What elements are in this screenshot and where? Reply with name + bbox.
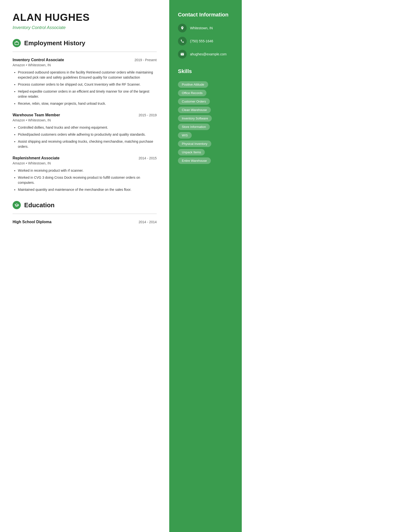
list-item: Picked/packed customers orders while adh… <box>18 132 157 137</box>
employment-icon <box>13 39 21 47</box>
job-company: Amazon • Whitestown, IN <box>13 63 157 67</box>
svg-rect-0 <box>15 42 19 45</box>
list-item: Processed outbound operations in the fac… <box>18 70 157 80</box>
job-header: Inventory Control Associate2019 - Presen… <box>13 58 157 62</box>
list-item: Worked in CVG 3 doing Cross Dock receivi… <box>18 175 157 185</box>
job-dates: 2014 - 2015 <box>139 156 157 160</box>
resume-header: ALAN HUGHES Inventory Control Associate <box>13 12 157 30</box>
skill-tag: Positive Attitude <box>178 81 208 88</box>
edu-block: High School Diploma2014 - 2014 <box>13 220 157 224</box>
list-item: Receive, rebin, stow, manager projects, … <box>18 101 157 106</box>
list-item: Controlled dollies, hand trucks and othe… <box>18 125 157 130</box>
skill-tag: Entire Warehouse <box>178 157 211 164</box>
job-header: Warehouse Team Member2015 - 2019 <box>13 113 157 117</box>
job-dates: 2019 - Present <box>134 58 157 62</box>
email-text: ahughes@example.com <box>190 52 226 56</box>
education-section: Education High School Diploma2014 - 2014 <box>13 201 157 224</box>
sidebar: Contact Information Whitestown, IN (750)… <box>169 0 242 532</box>
job-block: Replenishment Associate2014 - 2015Amazon… <box>13 156 157 192</box>
education-header: Education <box>13 201 157 209</box>
phone-text: (750) 555-1646 <box>190 39 213 43</box>
jobs-container: Inventory Control Associate2019 - Presen… <box>13 58 157 192</box>
skills-list: Positive AttitudeOffice RecordsCustomer … <box>178 80 233 165</box>
job-company: Amazon • Whitestown, IN <box>13 161 157 165</box>
edu-degree: High School Diploma <box>13 220 51 224</box>
employment-section: Employment History Inventory Control Ass… <box>13 39 157 192</box>
contact-title: Contact Information <box>178 12 233 18</box>
location-text: Whitestown, IN <box>190 26 213 30</box>
edu-dates: 2014 - 2014 <box>139 220 157 224</box>
employment-title: Employment History <box>24 39 85 47</box>
job-title: Replenishment Associate <box>13 156 59 160</box>
job-block: Inventory Control Associate2019 - Presen… <box>13 58 157 106</box>
skill-tag: Office Records <box>178 90 206 96</box>
list-item: Maintained quantity and maintenance of t… <box>18 187 157 192</box>
job-bullets: Processed outbound operations in the fac… <box>13 70 157 106</box>
skill-tag: Unpack Items <box>178 149 205 155</box>
contact-section: Contact Information Whitestown, IN (750)… <box>178 12 233 58</box>
skill-tag: Clean Warehouse <box>178 107 211 113</box>
location-icon <box>178 24 187 32</box>
list-item: Process customer orders to be shipped ou… <box>18 82 157 87</box>
list-item: Assist shipping and receiving unloading … <box>18 139 157 149</box>
job-bullets: Controlled dollies, hand trucks and othe… <box>13 125 157 149</box>
education-title: Education <box>24 201 55 209</box>
skill-tag: Physical Inventory <box>178 141 211 147</box>
list-item: Worked in receiving product with rf scan… <box>18 168 157 173</box>
job-bullets: Worked in receiving product with rf scan… <box>13 168 157 192</box>
job-block: Warehouse Team Member2015 - 2019Amazon •… <box>13 113 157 149</box>
skill-tag: Inventory Software <box>178 115 212 122</box>
education-icon <box>13 201 21 209</box>
job-dates: 2015 - 2019 <box>139 113 157 117</box>
edu-container: High School Diploma2014 - 2014 <box>13 220 157 224</box>
skill-tag: Customer Orders <box>178 98 210 105</box>
contact-phone: (750) 555-1646 <box>178 37 233 46</box>
list-item: Helped expedite customer orders in an ef… <box>18 89 157 99</box>
skills-section: Skills Positive AttitudeOffice RecordsCu… <box>178 68 233 165</box>
skill-tag: Store Information <box>178 124 210 130</box>
candidate-title: Inventory Control Associate <box>13 25 157 30</box>
employment-header: Employment History <box>13 39 157 47</box>
skill-tag: WIS <box>178 132 192 139</box>
job-company: Amazon • Whitestown, IN <box>13 118 157 122</box>
contact-email: ahughes@example.com <box>178 50 233 58</box>
employment-divider <box>13 51 157 52</box>
candidate-name: ALAN HUGHES <box>13 12 157 23</box>
education-divider <box>13 214 157 214</box>
contact-location: Whitestown, IN <box>178 24 233 32</box>
skills-title: Skills <box>178 68 233 75</box>
main-content: ALAN HUGHES Inventory Control Associate … <box>0 0 169 532</box>
phone-icon <box>178 37 187 46</box>
job-title: Inventory Control Associate <box>13 58 64 62</box>
job-header: Replenishment Associate2014 - 2015 <box>13 156 157 160</box>
job-title: Warehouse Team Member <box>13 113 60 117</box>
email-icon <box>178 50 187 58</box>
